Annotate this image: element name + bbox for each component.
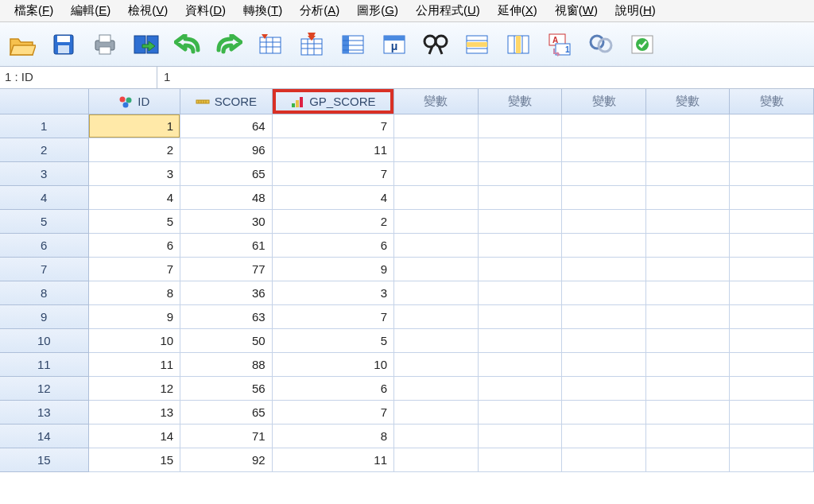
table-cell[interactable] bbox=[479, 210, 563, 234]
print-icon[interactable] bbox=[91, 30, 119, 59]
table-cell[interactable]: 4 bbox=[273, 186, 394, 210]
table-cell[interactable] bbox=[479, 234, 563, 258]
table-cell[interactable] bbox=[394, 210, 479, 234]
table-cell[interactable] bbox=[562, 138, 646, 162]
table-cell[interactable] bbox=[730, 138, 814, 162]
table-cell[interactable] bbox=[730, 186, 814, 210]
table-cell[interactable]: 50 bbox=[180, 329, 273, 353]
row-header[interactable]: 8 bbox=[0, 281, 89, 305]
table-cell[interactable]: 61 bbox=[180, 234, 273, 258]
table-cell[interactable] bbox=[562, 186, 646, 210]
table-cell[interactable] bbox=[562, 114, 646, 138]
row-header[interactable]: 12 bbox=[0, 377, 89, 401]
table-cell[interactable] bbox=[730, 377, 814, 401]
table-cell[interactable] bbox=[730, 425, 814, 448]
find-icon[interactable] bbox=[421, 30, 450, 59]
table-cell[interactable] bbox=[394, 377, 479, 401]
table-cell[interactable] bbox=[479, 305, 563, 329]
table-cell[interactable] bbox=[479, 186, 563, 210]
table-cell[interactable] bbox=[646, 305, 731, 329]
table-cell[interactable] bbox=[479, 377, 563, 401]
menu-analyze[interactable]: 分析(A) bbox=[292, 2, 347, 20]
table-cell[interactable]: 2 bbox=[89, 138, 181, 162]
table-cell[interactable]: 88 bbox=[180, 353, 273, 377]
table-cell[interactable]: 36 bbox=[180, 281, 273, 305]
table-cell[interactable] bbox=[646, 138, 731, 162]
table-cell[interactable] bbox=[479, 162, 563, 186]
table-cell[interactable] bbox=[730, 401, 814, 425]
table-cell[interactable] bbox=[479, 401, 563, 425]
table-cell[interactable]: 10 bbox=[89, 329, 181, 353]
table-cell[interactable] bbox=[394, 401, 479, 425]
column-header-gp-score[interactable]: GP_SCORE bbox=[273, 89, 394, 114]
table-cell[interactable] bbox=[646, 186, 731, 210]
table-cell[interactable] bbox=[394, 162, 479, 186]
split-file-icon[interactable]: A1 bbox=[545, 30, 574, 59]
table-cell[interactable] bbox=[730, 234, 814, 258]
column-header-empty[interactable]: 變數 bbox=[730, 89, 814, 114]
table-cell[interactable]: 71 bbox=[180, 425, 273, 448]
row-header[interactable]: 1 bbox=[0, 114, 89, 138]
row-header[interactable]: 9 bbox=[0, 305, 89, 329]
table-cell[interactable] bbox=[394, 186, 479, 210]
column-header-empty[interactable]: 變數 bbox=[394, 89, 479, 114]
menu-edit[interactable]: 編輯(E) bbox=[63, 2, 118, 20]
weight-cases-icon[interactable] bbox=[587, 30, 615, 59]
menu-utilities[interactable]: 公用程式(U) bbox=[408, 2, 488, 20]
table-cell[interactable] bbox=[394, 281, 479, 305]
save-icon[interactable] bbox=[49, 30, 78, 59]
table-cell[interactable]: 56 bbox=[180, 377, 273, 401]
table-cell[interactable]: 92 bbox=[180, 448, 273, 472]
table-cell[interactable] bbox=[562, 353, 646, 377]
table-cell[interactable] bbox=[562, 305, 646, 329]
table-cell[interactable] bbox=[646, 210, 731, 234]
table-cell[interactable]: 7 bbox=[273, 401, 394, 425]
table-cell[interactable]: 65 bbox=[180, 401, 273, 425]
table-cell[interactable]: 9 bbox=[89, 305, 181, 329]
table-cell[interactable]: 6 bbox=[273, 234, 394, 258]
table-cell[interactable]: 7 bbox=[89, 258, 181, 281]
table-cell[interactable]: 2 bbox=[273, 210, 394, 234]
table-cell[interactable] bbox=[562, 234, 646, 258]
table-cell[interactable] bbox=[646, 162, 731, 186]
table-cell[interactable] bbox=[479, 448, 563, 472]
goto-variable-icon[interactable] bbox=[297, 30, 326, 59]
run-descriptives-icon[interactable]: μ bbox=[380, 30, 409, 59]
table-cell[interactable] bbox=[730, 448, 814, 472]
table-cell[interactable]: 10 bbox=[273, 353, 394, 377]
recall-dialog-icon[interactable] bbox=[132, 30, 161, 59]
table-cell[interactable] bbox=[479, 258, 563, 281]
table-cell[interactable] bbox=[479, 425, 563, 448]
table-cell[interactable] bbox=[646, 401, 731, 425]
row-header[interactable]: 11 bbox=[0, 353, 89, 377]
table-cell[interactable] bbox=[394, 258, 479, 281]
table-cell[interactable]: 77 bbox=[180, 258, 273, 281]
row-header[interactable]: 6 bbox=[0, 234, 89, 258]
menu-window[interactable]: 視窗(W) bbox=[547, 2, 606, 20]
redo-icon[interactable] bbox=[215, 30, 243, 59]
goto-case-icon[interactable] bbox=[256, 30, 285, 59]
table-cell[interactable] bbox=[394, 448, 479, 472]
table-cell[interactable] bbox=[646, 234, 731, 258]
table-cell[interactable] bbox=[646, 329, 731, 353]
table-cell[interactable] bbox=[730, 258, 814, 281]
table-cell[interactable] bbox=[730, 210, 814, 234]
menu-graphs[interactable]: 圖形(G) bbox=[349, 2, 406, 20]
table-cell[interactable] bbox=[479, 281, 563, 305]
table-cell[interactable] bbox=[479, 114, 563, 138]
table-cell[interactable]: 6 bbox=[273, 377, 394, 401]
row-header[interactable]: 3 bbox=[0, 162, 89, 186]
table-cell[interactable]: 11 bbox=[273, 448, 394, 472]
table-cell[interactable]: 3 bbox=[89, 162, 181, 186]
menu-data[interactable]: 資料(D) bbox=[177, 2, 234, 20]
table-cell[interactable]: 4 bbox=[89, 186, 181, 210]
table-cell[interactable] bbox=[646, 377, 731, 401]
table-cell[interactable]: 8 bbox=[273, 425, 394, 448]
table-cell[interactable] bbox=[562, 448, 646, 472]
table-cell[interactable] bbox=[646, 258, 731, 281]
select-cases-icon[interactable] bbox=[628, 30, 657, 59]
table-cell[interactable]: 14 bbox=[89, 425, 181, 448]
table-cell[interactable] bbox=[394, 425, 479, 448]
table-cell[interactable] bbox=[394, 305, 479, 329]
table-cell[interactable] bbox=[646, 353, 731, 377]
